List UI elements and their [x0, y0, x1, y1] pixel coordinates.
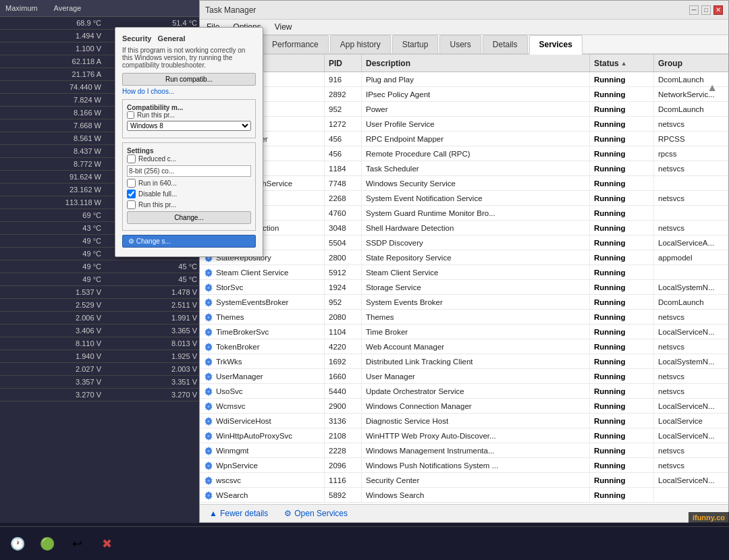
table-row[interactable]: Steam Client Service 5912 Steam Client S…	[200, 265, 728, 280]
taskbar-clock-icon[interactable]: 🕐	[5, 532, 30, 556]
tab-services[interactable]: Services	[529, 35, 583, 55]
service-pid: 1660	[325, 369, 362, 383]
table-row[interactable]: WpnService 2096 Windows Push Notificatio…	[200, 458, 728, 473]
tab-users[interactable]: Users	[439, 35, 481, 53]
fewer-details-label: Fewer details	[220, 509, 268, 518]
taskbar-refresh-icon[interactable]: ↩	[65, 532, 89, 556]
run-this-program-checkbox[interactable]: Run this pr...	[127, 111, 251, 119]
hardware-avg: 51.4 °C	[101, 19, 197, 27]
service-group	[654, 176, 728, 190]
service-gear-icon	[204, 312, 213, 322]
minimize-button[interactable]: ─	[689, 5, 699, 15]
service-gear-icon	[204, 401, 213, 411]
table-row[interactable]: UsoSvc 5440 Update Orchestrator Service …	[200, 384, 728, 399]
tabs-bar: Processes Performance App history Startu…	[200, 35, 728, 55]
service-pid: 2800	[325, 250, 362, 264]
tab-performance[interactable]: Performance	[262, 35, 329, 53]
table-row[interactable]: PlugPlay 916 Plug and Play Running DcomL…	[200, 72, 728, 87]
taskbar-green-icon[interactable]: 🟢	[35, 532, 59, 556]
table-row[interactable]: wscsvc 1116 Security Center Running Loca…	[200, 473, 728, 488]
service-name-cell: TrkWks	[200, 354, 325, 368]
service-name: Winmgmt	[216, 447, 249, 455]
service-status: Running	[590, 280, 654, 294]
view-menu[interactable]: View	[272, 21, 295, 33]
header-status[interactable]: Status ▲	[590, 55, 654, 72]
maximize-button[interactable]: □	[701, 5, 711, 15]
run-compat-button[interactable]: Run compatib...	[122, 73, 256, 86]
service-pid: 1692	[325, 354, 362, 368]
change-settings-button[interactable]: ⚙ Change s...	[122, 235, 256, 248]
table-row[interactable]: StateRepository 2800 State Repository Se…	[200, 250, 728, 265]
service-pid: 3136	[325, 414, 362, 428]
hardware-max: 1.100 V	[5, 45, 101, 53]
table-row[interactable]: SystemEventsBroker 952 System Events Bro…	[200, 295, 728, 310]
table-row[interactable]: Wcmsvc 2900 Windows Connection Manager R…	[200, 399, 728, 414]
header-group[interactable]: Group	[654, 55, 728, 72]
table-row[interactable]: TimeBrokerSvc 1104 Time Broker Running L…	[200, 325, 728, 339]
how-to-choose-link[interactable]: How do I choos...	[122, 88, 256, 95]
disable-full-checkbox[interactable]: Disable full...	[127, 190, 251, 198]
svg-point-51	[207, 449, 210, 452]
tab-details[interactable]: Details	[483, 35, 528, 53]
hardware-max: 49 °C	[5, 250, 101, 258]
service-name-cell: StorSvc	[200, 280, 325, 294]
service-group: netsvcs	[654, 384, 728, 398]
table-row[interactable]: StorSvc 1924 Storage Service Running Loc…	[200, 280, 728, 295]
service-group: netsvcs	[654, 369, 728, 383]
open-services-button[interactable]: ⚙ Open Services	[281, 507, 350, 520]
windows-version-select[interactable]: Windows 8	[127, 121, 251, 131]
taskbar-close-icon[interactable]: ✖	[94, 532, 119, 556]
service-group: netsvcs	[654, 191, 728, 205]
scroll-up-indicator[interactable]: ▲	[707, 82, 718, 94]
fewer-details-button[interactable]: ▲ Fewer details	[207, 507, 271, 520]
service-name: UserManager	[216, 372, 263, 381]
reduced-checkbox[interactable]: Reduced c...	[127, 155, 251, 163]
hardware-max: 2.529 V	[5, 301, 101, 309]
svg-point-47	[207, 420, 210, 422]
change-button[interactable]: Change...	[127, 211, 251, 224]
title-bar: Task Manager ─ □ ✕	[200, 1, 728, 20]
table-row[interactable]: RpcEptMapper 456 RPC Endpoint Mapper Run…	[200, 132, 728, 146]
table-row[interactable]: Winmgmt 2228 Windows Management Instrume…	[200, 443, 728, 458]
header-description[interactable]: Description	[362, 55, 590, 72]
service-description: Distributed Link Tracking Client	[362, 354, 590, 368]
run-640-checkbox[interactable]: Run in 640...	[127, 179, 251, 188]
table-row[interactable]: Themes 2080 Themes Running netsvcs	[200, 310, 728, 325]
table-row[interactable]: WSearch 5892 Windows Search Running	[200, 488, 728, 503]
service-name-cell: WpnService	[200, 458, 325, 472]
table-row[interactable]: ShellHWDetection 3048 Shell Hardware Det…	[200, 221, 728, 235]
service-description: WinHTTP Web Proxy Auto-Discover...	[362, 428, 590, 443]
table-row[interactable]: Schedule 1184 Task Scheduler Running net…	[200, 161, 728, 176]
table-row[interactable]: SecurityHealthService 7748 Windows Secur…	[200, 176, 728, 191]
table-row[interactable]: SgrmBroker 4760 System Guard Runtime Mon…	[200, 206, 728, 221]
service-gear-icon	[204, 387, 213, 396]
hardware-row: 1.940 V1.925 V	[0, 350, 202, 363]
table-row[interactable]: PolicyAgent 2892 IPsec Policy Agent Runn…	[200, 87, 728, 102]
table-row[interactable]: Power 952 Power Running DcomLaunch	[200, 102, 728, 117]
hardware-max: 8.166 W	[5, 109, 101, 117]
table-row[interactable]: TokenBroker 4220 Web Account Manager Run…	[200, 339, 728, 354]
table-row[interactable]: SSDPSRV 5504 SSDP Discovery Running Loca…	[200, 235, 728, 250]
table-row[interactable]: WdiServiceHost 3136 Diagnostic Service H…	[200, 414, 728, 428]
run-this-program2-checkbox[interactable]: Run this pr...	[127, 200, 251, 209]
service-pid: 2228	[325, 443, 362, 457]
service-status: Running	[590, 265, 654, 279]
tab-app-history[interactable]: App history	[330, 35, 391, 53]
service-name-cell: UsoSvc	[200, 384, 325, 398]
service-description: RPC Endpoint Mapper	[362, 132, 590, 146]
service-name: WdiServiceHost	[216, 417, 271, 425]
header-pid[interactable]: PID	[325, 55, 362, 72]
table-row[interactable]: ProfSvc 1272 User Profile Service Runnin…	[200, 117, 728, 132]
table-row[interactable]: RpcSs 456 Remote Procedure Call (RPC) Ru…	[200, 146, 728, 161]
close-button[interactable]: ✕	[713, 5, 723, 15]
service-group: netsvcs	[654, 339, 728, 354]
service-status: Running	[590, 161, 654, 175]
table-row[interactable]: TrkWks 1692 Distributed Link Tracking Cl…	[200, 354, 728, 369]
table-row[interactable]: SENS 2268 System Event Notification Serv…	[200, 191, 728, 206]
col-average: Average	[54, 4, 82, 12]
table-row[interactable]: WinHttpAutoProxySvc 2108 WinHTTP Web Pro…	[200, 428, 728, 443]
tab-startup[interactable]: Startup	[392, 35, 439, 53]
service-pid: 3048	[325, 221, 362, 235]
table-row[interactable]: UserManager 1660 User Manager Running ne…	[200, 369, 728, 384]
service-group: LocalSystemN...	[654, 354, 728, 368]
